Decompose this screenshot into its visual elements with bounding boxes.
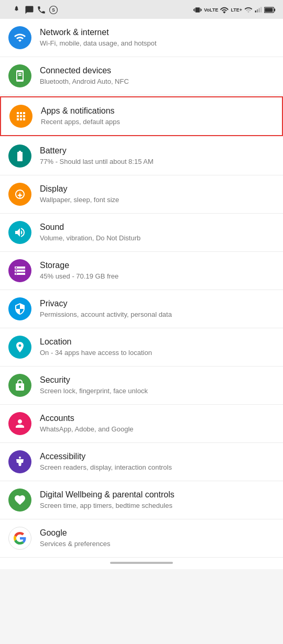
item-text-network: Network & internet Wi-Fi, mobile, data u…: [40, 27, 275, 48]
item-text-battery: Battery 77% - Should last until about 8:…: [40, 146, 275, 166]
svg-text:S: S: [52, 8, 55, 13]
settings-item-accounts[interactable]: Accounts WhatsApp, Adobe, and Google: [0, 405, 283, 443]
lte-plus-icon: LTE+: [231, 8, 242, 13]
item-subtitle-privacy: Permissions, account activity, personal …: [40, 310, 275, 319]
icon-google: [8, 527, 31, 550]
signal1-icon: [244, 6, 253, 14]
item-text-digital-wellbeing: Digital Wellbeing & parental controls Sc…: [40, 490, 275, 510]
settings-item-location[interactable]: Location On - 34 apps have access to loc…: [0, 328, 283, 367]
icon-accessibility: [8, 450, 31, 473]
item-text-sound: Sound Volume, vibration, Do Not Disturb: [40, 222, 275, 243]
item-subtitle-sound: Volume, vibration, Do Not Disturb: [40, 234, 275, 243]
icon-digital-wellbeing: [8, 488, 31, 512]
item-subtitle-battery: 77% - Should last until about 8:15 AM: [40, 158, 275, 166]
item-subtitle-digital-wellbeing: Screen time, app timers, bedtime schedul…: [40, 502, 275, 510]
icon-storage: [8, 259, 31, 282]
svg-point-11: [19, 457, 21, 459]
settings-item-apps-notifications[interactable]: Apps & notifications Recent apps, defaul…: [0, 96, 283, 136]
item-subtitle-apps-notifications: Recent apps, default apps: [41, 118, 274, 127]
icon-accounts: [8, 412, 31, 435]
item-subtitle-storage: 45% used - 70.19 GB free: [40, 272, 275, 281]
svg-rect-7: [274, 8, 275, 11]
item-title-accessibility: Accessibility: [40, 451, 275, 462]
item-title-sound: Sound: [40, 222, 275, 233]
snapchat-icon: [13, 5, 22, 15]
item-text-google: Google Services & preferences: [40, 528, 275, 549]
item-title-network: Network & internet: [40, 27, 275, 38]
item-subtitle-connected-devices: Bluetooth, Android Auto, NFC: [40, 77, 275, 86]
icon-network: [8, 26, 31, 49]
settings-item-digital-wellbeing[interactable]: Digital Wellbeing & parental controls Sc…: [0, 481, 283, 519]
item-subtitle-google: Services & preferences: [40, 540, 275, 549]
item-title-apps-notifications: Apps & notifications: [41, 106, 274, 117]
item-title-location: Location: [40, 337, 275, 348]
item-text-display: Display Wallpaper, sleep, font size: [40, 184, 275, 205]
google-g-icon: [14, 532, 26, 545]
item-text-privacy: Privacy Permissions, account activity, p…: [40, 298, 275, 319]
svg-rect-2: [255, 10, 256, 13]
item-text-security: Security Screen lock, fingerprint, face …: [40, 375, 275, 396]
item-subtitle-accessibility: Screen readers, display, interaction con…: [40, 463, 275, 472]
item-text-storage: Storage 45% used - 70.19 GB free: [40, 260, 275, 281]
icon-battery: [8, 145, 31, 168]
icon-sound: [8, 221, 31, 244]
settings-item-connected-devices[interactable]: Connected devices Bluetooth, Android Aut…: [0, 57, 283, 95]
item-title-storage: Storage: [40, 260, 275, 271]
svg-rect-5: [260, 7, 262, 13]
messages-icon: [25, 5, 34, 15]
scroll-indicator: [110, 562, 173, 564]
icon-privacy: [8, 297, 31, 320]
icon-security: [8, 374, 31, 397]
item-subtitle-accounts: WhatsApp, Adobe, and Google: [40, 425, 275, 434]
signal2-icon: [255, 6, 262, 14]
scroll-bar-container: [0, 558, 283, 569]
item-subtitle-security: Screen lock, fingerprint, face unlock: [40, 387, 275, 396]
battery-icon: [264, 6, 276, 14]
status-right-icons: VoLTE LTE+: [193, 6, 276, 14]
item-title-privacy: Privacy: [40, 298, 275, 309]
item-text-apps-notifications: Apps & notifications Recent apps, defaul…: [41, 106, 274, 127]
item-title-security: Security: [40, 375, 275, 386]
notification-icons: S: [13, 5, 58, 15]
icon-display: [8, 183, 31, 206]
settings-item-sound[interactable]: Sound Volume, vibration, Do Not Disturb: [0, 214, 283, 252]
settings-item-display[interactable]: Display Wallpaper, sleep, font size: [0, 175, 283, 214]
svg-rect-10: [18, 75, 21, 76]
svg-rect-9: [18, 73, 21, 74]
item-text-accessibility: Accessibility Screen readers, display, i…: [40, 451, 275, 472]
item-title-connected-devices: Connected devices: [40, 65, 275, 76]
item-text-accounts: Accounts WhatsApp, Adobe, and Google: [40, 413, 275, 434]
shazam-icon: S: [49, 5, 58, 15]
svg-rect-8: [265, 8, 273, 12]
item-title-accounts: Accounts: [40, 413, 275, 424]
volte-icon: VoLTE: [204, 8, 218, 13]
settings-item-battery[interactable]: Battery 77% - Should last until about 8:…: [0, 137, 283, 175]
vibrate-icon: [193, 6, 202, 14]
settings-item-accessibility[interactable]: Accessibility Screen readers, display, i…: [0, 443, 283, 481]
settings-item-google[interactable]: Google Services & preferences: [0, 519, 283, 558]
status-bar: S VoLTE LTE+: [0, 0, 283, 19]
svg-rect-4: [259, 8, 260, 13]
item-title-digital-wellbeing: Digital Wellbeing & parental controls: [40, 490, 275, 501]
item-text-location: Location On - 34 apps have access to loc…: [40, 337, 275, 358]
item-title-display: Display: [40, 184, 275, 195]
item-subtitle-network: Wi-Fi, mobile, data usage, and hotspot: [40, 39, 275, 48]
settings-item-security[interactable]: Security Screen lock, fingerprint, face …: [0, 367, 283, 405]
item-subtitle-display: Wallpaper, sleep, font size: [40, 196, 275, 205]
item-title-battery: Battery: [40, 146, 275, 157]
settings-list: Network & internet Wi-Fi, mobile, data u…: [0, 19, 283, 558]
settings-item-storage[interactable]: Storage 45% used - 70.19 GB free: [0, 252, 283, 290]
item-text-connected-devices: Connected devices Bluetooth, Android Aut…: [40, 65, 275, 86]
wifi-calling-icon: [220, 6, 228, 14]
item-subtitle-location: On - 34 apps have access to location: [40, 349, 275, 358]
icon-connected-devices: [8, 64, 31, 87]
phone-icon: [37, 5, 46, 15]
settings-item-privacy[interactable]: Privacy Permissions, account activity, p…: [0, 290, 283, 328]
svg-rect-3: [257, 9, 258, 13]
icon-apps-notifications: [9, 105, 32, 128]
item-title-google: Google: [40, 528, 275, 539]
icon-location: [8, 336, 31, 359]
settings-item-network[interactable]: Network & internet Wi-Fi, mobile, data u…: [0, 19, 283, 57]
